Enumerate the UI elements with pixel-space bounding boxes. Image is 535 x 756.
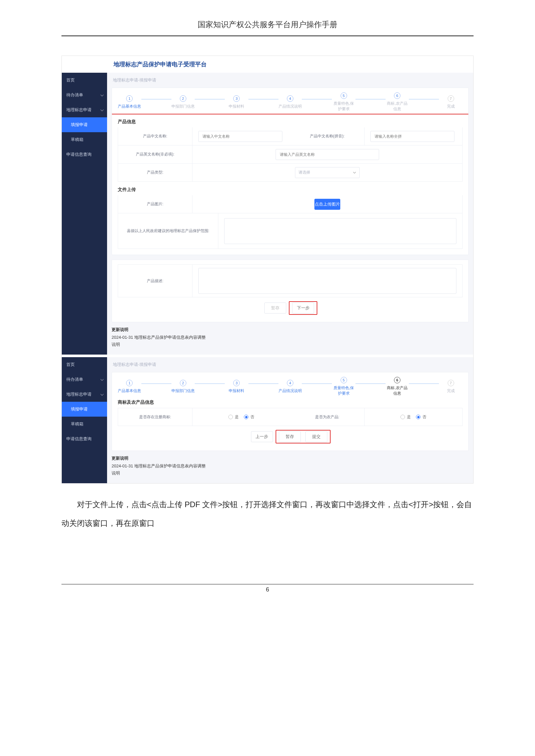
submit-button[interactable]: 提交: [305, 431, 327, 442]
desc-panel: 产品描述: 暂存 下一步: [112, 259, 469, 322]
radio-agri-no[interactable]: 否: [416, 414, 426, 420]
upload-image-button[interactable]: 点击上传图片: [314, 199, 340, 210]
action-row-1: 暂存 下一步: [118, 297, 463, 316]
save-draft-button[interactable]: 暂存: [264, 303, 286, 313]
radio-agri-yes[interactable]: 是: [401, 414, 411, 420]
highlight-next: 下一步: [289, 301, 317, 315]
step-num-4: 4: [287, 95, 294, 102]
sidebar2-item-draft[interactable]: 草稿箱: [62, 417, 107, 431]
document-page: 国家知识产权公共服务平台用户操作手册 地理标志产品保护申请电子受理平台 首页 待…: [0, 0, 535, 612]
section-upload: 文件上传: [118, 187, 463, 193]
update-title-2: 更新说明: [112, 455, 469, 461]
section-trademark: 商标及农产品信息: [118, 399, 463, 405]
s2-step-label-5[interactable]: 质量特色,保护要求: [332, 385, 355, 396]
label-is-agri: 是否为农产品:: [290, 408, 365, 426]
update-line1: 2024-01-31 地理标志产品保护申请信息表内容调整: [112, 335, 469, 340]
sidebar-item-draft[interactable]: 草稿箱: [62, 132, 107, 147]
sidebar2-item-todo[interactable]: 待办清单: [62, 372, 107, 387]
step-num-5: 5: [341, 93, 347, 99]
sidebar-item-todo[interactable]: 待办清单: [62, 88, 107, 102]
s2-step-label-1[interactable]: 产品基本信息: [118, 388, 141, 394]
step-num-7: 7: [448, 95, 454, 102]
page-number: 6: [62, 586, 473, 593]
update-note-2: 更新说明 2024-01-31 地理标志产品保护申请信息表内容调整 说明: [112, 455, 469, 476]
main-content-2: 地理标志申请-填报申请 1产品基本信息 2申报部门信息 3申报材料 4产品情况说…: [107, 357, 473, 483]
select-type-placeholder: 请选择: [298, 170, 310, 175]
app-screenshot-1: 地理标志产品保护申请电子受理平台 首页 待办清单 地理标志申请 填报申请 草稿箱…: [62, 56, 473, 483]
update-line1-2: 2024-01-31 地理标志产品保护申请信息表内容调整: [112, 463, 469, 469]
prev-step-button[interactable]: 上一步: [251, 431, 273, 442]
sidebar2-item-fill-apply[interactable]: 填报申请: [62, 402, 107, 417]
section-product-info: 产品信息: [118, 119, 463, 125]
label-type: 产品类型:: [118, 164, 192, 181]
highlight-save-submit: 暂存 提交: [276, 430, 330, 444]
textarea-desc[interactable]: [198, 268, 456, 294]
update-line2-2: 说明: [112, 470, 469, 476]
sidebar-item-fill-apply[interactable]: 填报申请: [62, 117, 107, 132]
s2-step-num-1: 1: [126, 380, 133, 386]
step-label-3[interactable]: 申报材料: [225, 104, 248, 109]
sidebar-item-gi-apply[interactable]: 地理标志申请: [62, 102, 107, 117]
s2-step-num-6: 6: [394, 377, 401, 383]
s2-step-num-4: 4: [287, 380, 294, 386]
doc-header-title: 国家知识产权公共服务平台用户操作手册: [62, 19, 473, 33]
update-line2: 说明: [112, 342, 469, 347]
header-rule: [62, 36, 473, 36]
sidebar2-item-query[interactable]: 申请信息查询: [62, 431, 107, 446]
stepper-panel-2: 1产品基本信息 2申报部门信息 3申报材料 4产品情况说明 5质量特色,保护要求…: [112, 372, 469, 451]
breadcrumb: 地理标志申请-填报申请: [112, 73, 469, 88]
stepper-2: 1产品基本信息 2申报部门信息 3申报材料 4产品情况说明 5质量特色,保护要求…: [118, 377, 463, 396]
step-num-2: 2: [180, 95, 186, 102]
sidebar2-item-home[interactable]: 首页: [62, 357, 107, 372]
breadcrumb-2: 地理标志申请-填报申请: [112, 357, 469, 372]
sidebar-2: 首页 待办清单 地理标志申请 填报申请 草稿箱 申请信息查询: [62, 357, 107, 483]
label-name-cn: 产品中文名称:: [118, 127, 192, 145]
input-name-cn[interactable]: [198, 131, 282, 142]
sidebar-item-query[interactable]: 申请信息查询: [62, 147, 107, 162]
page-footer: 6: [62, 578, 473, 612]
textarea-scope[interactable]: [224, 218, 456, 244]
label-product-image: 产品图片:: [118, 195, 192, 213]
radio-tm-yes[interactable]: 是: [228, 414, 239, 420]
step-label-7: 完成: [439, 104, 463, 109]
red-underline: [112, 114, 468, 114]
step-label-2[interactable]: 申报部门信息: [171, 104, 195, 109]
select-type[interactable]: 请选择: [295, 167, 360, 178]
save-draft-button-2[interactable]: 暂存: [279, 431, 301, 442]
label-name-en: 产品英文名称(非必填):: [118, 146, 192, 163]
input-name-en[interactable]: [276, 149, 379, 160]
step-label-6[interactable]: 商标,农产品信息: [385, 101, 409, 112]
footer-rule: [62, 584, 473, 584]
step-label-1[interactable]: 产品基本信息: [118, 104, 141, 109]
label-scope: 县级以上人民政府建议的地理标志产品保护范围:: [118, 213, 218, 249]
radio-tm-no[interactable]: 否: [244, 414, 254, 420]
s2-step-label-4[interactable]: 产品情况说明: [278, 388, 302, 394]
step-label-5[interactable]: 质量特色,保护要求: [332, 101, 355, 112]
s2-step-num-2: 2: [180, 380, 186, 386]
s2-step-num-7: 7: [448, 380, 454, 386]
chevron-down-icon: [353, 171, 356, 174]
stepper: 1产品基本信息 2申报部门信息 3申报材料 4产品情况说明 5质量特色,保护要求…: [118, 93, 463, 112]
step-num-1: 1: [126, 95, 133, 102]
app-header: 地理标志产品保护申请电子受理平台: [62, 56, 473, 73]
app-title: 地理标志产品保护申请电子受理平台: [114, 61, 207, 68]
s2-step-num-5: 5: [341, 377, 347, 383]
label-name-pinyin: 产品中文名称(拼音):: [290, 127, 365, 145]
input-name-pinyin[interactable]: [370, 131, 455, 142]
next-step-button[interactable]: 下一步: [292, 303, 314, 313]
s2-step-num-3: 3: [233, 380, 240, 386]
s2-step-label-2[interactable]: 申报部门信息: [171, 388, 195, 394]
s2-step-label-3[interactable]: 申报材料: [225, 388, 248, 394]
update-note-1: 更新说明 2024-01-31 地理标志产品保护申请信息表内容调整 说明: [112, 327, 469, 347]
update-title: 更新说明: [112, 327, 469, 333]
sidebar-item-home[interactable]: 首页: [62, 73, 107, 88]
step-num-3: 3: [233, 95, 240, 102]
sidebar2-item-gi-apply[interactable]: 地理标志申请: [62, 387, 107, 402]
s2-step-label-7: 完成: [439, 388, 463, 394]
sidebar: 首页 待办清单 地理标志申请 填报申请 草稿箱 申请信息查询: [62, 73, 107, 355]
s2-step-label-6[interactable]: 商标,农产品信息: [385, 385, 409, 396]
step-label-4[interactable]: 产品情况说明: [278, 104, 302, 109]
doc-body-paragraph: 对于文件上传，点击<点击上传 PDF 文件>按钮，打开选择文件窗口，再改窗口中选…: [62, 495, 473, 532]
main-content-1: 地理标志申请-填报申请 1产品基本信息 2申报部门信息 3申报材料 4产品情况说…: [107, 73, 473, 355]
step-num-6: 6: [394, 93, 401, 99]
